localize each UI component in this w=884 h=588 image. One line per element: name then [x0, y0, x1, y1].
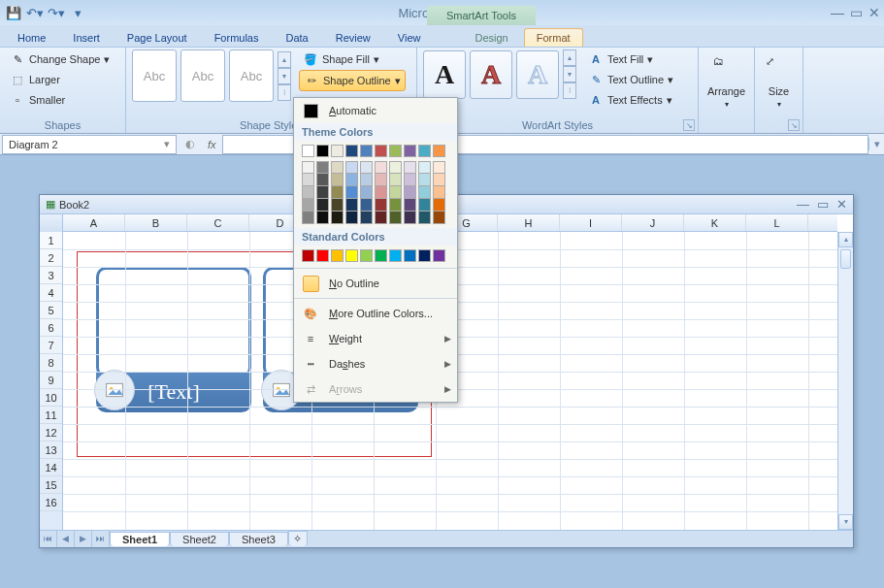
row-header[interactable]: 8 [40, 354, 62, 372]
color-swatch[interactable] [418, 186, 431, 199]
column-header[interactable]: J [622, 214, 684, 231]
gallery-more-icon[interactable]: ⁝ [563, 82, 576, 99]
color-swatch[interactable] [302, 249, 314, 262]
color-swatch[interactable] [418, 212, 431, 224]
smaller-button[interactable]: ▫Smaller [6, 90, 114, 110]
color-swatch[interactable] [316, 199, 329, 212]
scroll-up-icon[interactable]: ▴ [838, 232, 853, 247]
color-swatch[interactable] [316, 186, 329, 199]
color-swatch[interactable] [302, 199, 314, 212]
color-swatch[interactable] [404, 161, 416, 174]
color-swatch[interactable] [375, 174, 387, 186]
color-swatch[interactable] [389, 174, 402, 186]
color-swatch[interactable] [375, 199, 387, 212]
close-icon[interactable]: ✕ [868, 5, 880, 20]
gallery-scroll-up-icon[interactable]: ▴ [278, 51, 291, 68]
smartart-shape[interactable]: [Text] [96, 267, 251, 412]
color-swatch[interactable] [404, 174, 416, 186]
shape-styles-gallery[interactable]: Abc Abc Abc ▴ ▾ ⁝ [132, 49, 291, 102]
color-swatch[interactable] [345, 161, 358, 174]
child-restore-icon[interactable]: ▭ [817, 197, 829, 212]
scroll-thumb[interactable] [840, 249, 851, 269]
smartart-text[interactable]: [Text] [147, 379, 199, 405]
gallery-scroll-down-icon[interactable]: ▾ [563, 66, 576, 82]
dashes-submenu[interactable]: ┅ Dashes▶ [294, 351, 457, 376]
row-header[interactable]: 4 [40, 284, 62, 302]
color-swatch[interactable] [375, 161, 387, 174]
tab-review[interactable]: Review [324, 29, 382, 47]
tab-insert[interactable]: Insert [61, 29, 112, 47]
insert-sheet-icon[interactable]: ✧ [288, 531, 308, 546]
no-outline-button[interactable]: No Outline [294, 271, 457, 296]
redo-icon[interactable]: ↷▾ [47, 3, 66, 22]
text-effects-button[interactable]: AText Effects ▾ [584, 90, 677, 110]
name-box[interactable]: Diagram 2▾ [2, 135, 177, 154]
wordart-preset[interactable]: A [516, 50, 559, 99]
change-shape-button[interactable]: ✎Change Shape ▾ [6, 49, 114, 69]
size-dialog-icon[interactable]: ↘ [788, 119, 800, 131]
shape-style-preset[interactable]: Abc [180, 49, 225, 102]
color-swatch[interactable] [345, 212, 358, 224]
color-swatch[interactable] [433, 186, 445, 199]
color-swatch[interactable] [360, 212, 373, 224]
shape-outline-button[interactable]: ✏Shape Outline ▾ [299, 70, 406, 91]
row-header[interactable]: 16 [40, 494, 62, 511]
color-swatch[interactable] [360, 145, 373, 157]
color-swatch[interactable] [331, 249, 344, 262]
automatic-color-button[interactable]: Automatic [294, 98, 457, 123]
color-swatch[interactable] [360, 161, 373, 174]
scroll-down-icon[interactable]: ▾ [838, 514, 853, 530]
row-header[interactable]: 10 [40, 389, 62, 407]
color-swatch[interactable] [331, 212, 344, 224]
color-swatch[interactable] [360, 186, 373, 199]
color-swatch[interactable] [418, 249, 431, 262]
restore-icon[interactable]: ▭ [850, 5, 863, 20]
color-swatch[interactable] [345, 186, 358, 199]
color-swatch[interactable] [375, 186, 387, 199]
color-swatch[interactable] [345, 145, 358, 157]
tab-formulas[interactable]: Formulas [203, 29, 271, 47]
sheet-nav-last-icon[interactable]: ⏭ [92, 531, 110, 547]
color-swatch[interactable] [375, 249, 387, 262]
color-swatch[interactable] [404, 212, 416, 224]
qat-customize-icon[interactable]: ▾ [68, 3, 87, 22]
gallery-scroll-down-icon[interactable]: ▾ [278, 68, 291, 84]
tab-design[interactable]: Design [463, 29, 519, 47]
color-swatch[interactable] [302, 212, 314, 224]
row-header[interactable]: 14 [40, 459, 62, 476]
row-header[interactable]: 6 [40, 319, 62, 337]
color-swatch[interactable] [331, 145, 344, 157]
weight-submenu[interactable]: ≡ Weight▶ [294, 326, 457, 351]
color-swatch[interactable] [433, 249, 445, 262]
wordart-preset[interactable]: A [470, 50, 512, 99]
color-swatch[interactable] [389, 249, 402, 262]
size-button[interactable]: ⤢Size▾ [761, 49, 797, 114]
text-outline-button[interactable]: ✎Text Outline ▾ [584, 70, 677, 89]
color-swatch[interactable] [316, 145, 329, 157]
shape-fill-button[interactable]: 🪣Shape Fill ▾ [299, 49, 406, 69]
namebox-dropdown-icon[interactable]: ▾ [164, 138, 170, 150]
tab-page-layout[interactable]: Page Layout [115, 29, 199, 47]
sheet-tab[interactable]: Sheet1 [110, 532, 170, 546]
select-all-button[interactable] [40, 214, 63, 232]
column-header[interactable]: I [560, 214, 622, 231]
arrange-button[interactable]: 🗂Arrange▾ [704, 49, 748, 114]
row-header[interactable]: 15 [40, 476, 62, 494]
tab-format[interactable]: Format [524, 28, 583, 47]
gallery-scroll-up-icon[interactable]: ▴ [563, 49, 576, 66]
undo-icon[interactable]: ↶▾ [25, 3, 45, 22]
row-header[interactable]: 5 [40, 302, 62, 319]
child-close-icon[interactable]: ✕ [836, 197, 847, 212]
color-swatch[interactable] [345, 174, 358, 186]
row-header[interactable]: 9 [40, 372, 62, 389]
sheet-nav-next-icon[interactable]: ▶ [75, 531, 92, 547]
color-swatch[interactable] [404, 249, 416, 262]
gallery-more-icon[interactable]: ⁝ [278, 84, 291, 101]
text-fill-button[interactable]: AText Fill ▾ [584, 49, 677, 69]
color-swatch[interactable] [302, 145, 314, 157]
wordart-dialog-icon[interactable]: ↘ [683, 119, 695, 131]
column-header[interactable]: K [684, 214, 746, 231]
color-swatch[interactable] [316, 249, 329, 262]
larger-button[interactable]: ⬚Larger [6, 70, 114, 89]
tab-data[interactable]: Data [274, 29, 319, 47]
